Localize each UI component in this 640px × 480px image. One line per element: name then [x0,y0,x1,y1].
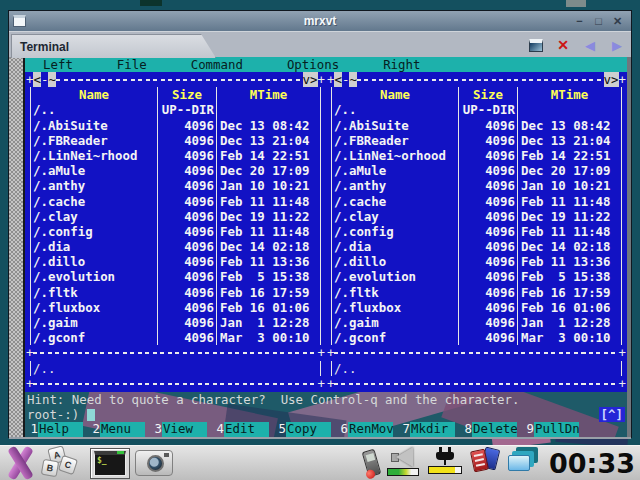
file-row[interactable]: /.dillo4096Feb 11 13:36 [332,254,621,269]
menu-item[interactable]: Left [43,57,73,72]
file-row[interactable]: /.cache4096Feb 11 11:48 [332,194,621,209]
hint-line: Hint: Need to quote a character? Use Con… [25,392,627,407]
file-row[interactable]: /.gaim4096Jan 1 12:28 [31,315,320,330]
power-applet[interactable] [428,447,462,474]
file-row[interactable]: /.FBReader4096Dec 13 21:04 [31,133,320,148]
scrollbar[interactable] [9,57,25,437]
file-row[interactable]: /.dia4096Dec 14 02:18 [31,239,320,254]
close-button[interactable]: ✕ [612,15,623,28]
file-row[interactable]: /.cache4096Feb 11 11:48 [31,194,320,209]
shell-prompt: root-:) [27,407,79,422]
file-row[interactable]: /.aMule4096Dec 20 17:09 [332,163,621,178]
panel-open-marker[interactable]: < [33,72,40,87]
new-tab-button[interactable] [526,36,546,55]
panel-inner-border: ++ [25,345,326,360]
terminal-task-button[interactable]: $_ [90,448,130,479]
titlebar[interactable]: mrxvt − □ ✕ [9,11,631,31]
file-row[interactable]: /.anthy4096Jan 10 10:21 [332,178,621,193]
file-row[interactable]: /.evolution4096Feb 5 15:38 [332,269,621,284]
fkey-button[interactable]: 1Help [25,422,87,437]
fkey-button[interactable]: 8Delete [459,422,521,437]
file-row[interactable]: /..UP--DIR [31,102,320,117]
mc-panels: +<-~v>+ NameSizeMTime /..UP--DIR [25,72,627,392]
battery-level-bar [428,466,462,474]
camera-icon[interactable] [135,450,173,476]
die-letter: B [41,459,60,478]
die-letter: C [58,455,78,475]
mrxvt-window: mrxvt − □ ✕ Terminal ✕ ◀ ▶ LeftFileComma… [8,10,632,438]
camera-lens [147,455,164,472]
fkey-button[interactable]: 9PullDn [521,422,583,437]
file-row[interactable]: /.aMule4096Dec 20 17:09 [31,163,320,178]
terminal-window-icon [529,39,543,52]
file-row[interactable]: /.config4096Feb 11 11:48 [31,224,320,239]
minimize-button[interactable]: − [574,15,585,28]
left-panel: +<-~v>+ NameSizeMTime /..UP--DIR [25,72,326,392]
panel-scroll-marker[interactable]: v> [303,72,318,87]
file-row[interactable]: /.clay4096Dec 19 11:22 [31,209,320,224]
windows-stack-icon[interactable] [508,447,540,473]
file-row[interactable]: /.FBReader4096Dec 13 21:04 [332,133,621,148]
file-row[interactable]: /..UP--DIR [332,102,621,117]
volume-applet[interactable] [387,447,419,476]
speaker-icon [390,447,416,467]
panel-path[interactable]: ~ [349,72,356,87]
panel-scroll-marker[interactable]: v> [604,72,619,87]
panel-inner-border: ++ [326,345,627,360]
phone-status-icon[interactable] [362,448,382,477]
file-row[interactable]: /.dia4096Dec 14 02:18 [332,239,621,254]
panel-bottom-border: ++ [25,376,326,391]
menu-item[interactable]: Right [383,57,420,72]
fkey-button[interactable]: 7Mkdir [397,422,459,437]
file-row[interactable]: /.evolution4096Feb 5 15:38 [31,269,320,284]
prompt-line[interactable]: root-:) [^] [25,407,627,422]
panel-open-marker[interactable]: < [334,72,341,87]
volume-level-bar[interactable] [387,468,419,476]
taskbar: A B C $_ [0,445,640,480]
desktop-icon-fragment [140,0,162,6]
tab-terminal[interactable]: Terminal [11,34,216,58]
keyboard-input-icon[interactable]: A B C [41,447,85,479]
panel-path[interactable]: ~ [48,72,55,87]
file-row[interactable]: /.fluxbox4096Feb 16 01:06 [332,300,621,315]
file-row[interactable]: /.LinNei~orhood4096Feb 14 22:51 [332,148,621,163]
menu-item[interactable]: File [117,57,147,72]
file-row[interactable]: /.AbiSuite4096Dec 13 08:42 [332,118,621,133]
x11-icon[interactable] [2,447,36,479]
fkey-button[interactable]: 6RenMov [335,422,397,437]
fkey-button[interactable]: 3View [149,422,211,437]
fkey-button[interactable]: 4Edit [211,422,273,437]
memory-cards-icon[interactable] [471,447,499,474]
menu-item[interactable]: Options [287,57,339,72]
next-tab-button[interactable]: ▶ [607,36,627,55]
file-row[interactable]: /.fltk4096Feb 16 17:59 [31,285,320,300]
fkey-button[interactable]: 2Menu [87,422,149,437]
close-tab-button[interactable]: ✕ [553,36,573,55]
scroll-up-indicator[interactable]: [^] [599,407,625,422]
file-row[interactable]: /.fluxbox4096Feb 16 01:06 [31,300,320,315]
file-row[interactable]: /.dillo4096Feb 11 13:36 [31,254,320,269]
file-row[interactable]: /.AbiSuite4096Dec 13 08:42 [31,118,320,133]
column-headers: NameSizeMTime [31,87,320,102]
file-row[interactable]: /.gaim4096Jan 1 12:28 [332,315,621,330]
file-row[interactable]: /.fltk4096Feb 16 17:59 [332,285,621,300]
window-right-frame [627,57,631,437]
menu-item[interactable]: Command [191,57,243,72]
text-cursor [87,409,95,421]
alert-dot-icon [365,468,376,479]
panel-bottom-border: ++ [326,376,627,391]
file-row[interactable]: /.gconf4096Mar 3 00:10 [31,330,320,345]
maximize-button[interactable]: □ [593,15,604,28]
fkey-button[interactable]: 5Copy [273,422,335,437]
prev-tab-button[interactable]: ◀ [580,36,600,55]
mc-menubar: LeftFileCommandOptionsRight [25,57,627,72]
file-row[interactable]: /.LinNei~rhood4096Feb 14 22:51 [31,148,320,163]
tab-bar: Terminal ✕ ◀ ▶ [9,31,631,57]
file-row[interactable]: /.gconf4096Mar 3 00:10 [332,330,621,345]
taskbar-clock: 00:33 [549,447,637,480]
file-row[interactable]: /.config4096Feb 11 11:48 [332,224,621,239]
desktop-icon-fragment [566,0,586,7]
file-row[interactable]: /.clay4096Dec 19 11:22 [332,209,621,224]
panel-top-border: +<-~v>+ [25,72,326,87]
file-row[interactable]: /.anthy4096Jan 10 10:21 [31,178,320,193]
